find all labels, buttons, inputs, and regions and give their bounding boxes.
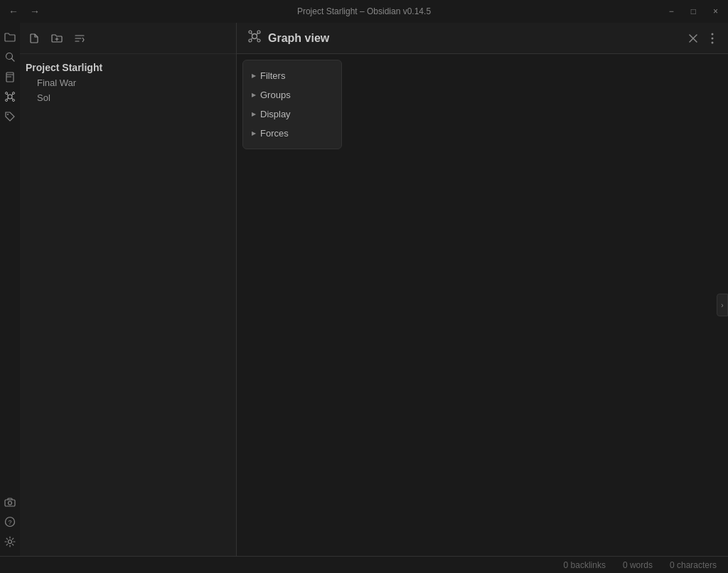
list-item[interactable]: Final War	[20, 75, 236, 90]
list-item[interactable]: Sol	[20, 90, 236, 105]
backlinks-count: 0 backlinks	[564, 560, 606, 570]
svg-line-1	[12, 59, 15, 62]
main-content: ?	[0, 23, 728, 556]
graph-header: Graph view	[237, 23, 728, 54]
ribbon-search-icon[interactable]	[1, 48, 18, 65]
svg-line-10	[7, 94, 8, 95]
svg-line-31	[257, 33, 258, 35]
ribbon-tag-icon[interactable]	[1, 108, 18, 125]
title-bar-right: − □ ×	[665, 5, 722, 18]
graph-view-title: Graph view	[268, 32, 678, 45]
file-name: Final War	[37, 77, 76, 88]
minimize-button[interactable]: −	[665, 5, 678, 18]
status-bar: 0 backlinks 0 words 0 characters	[0, 556, 728, 573]
svg-line-12	[7, 98, 8, 100]
svg-point-19	[9, 540, 12, 544]
ribbon-settings-icon[interactable]	[1, 533, 18, 550]
file-name: Sol	[37, 92, 50, 103]
svg-line-33	[257, 38, 258, 40]
svg-rect-15	[5, 500, 15, 506]
svg-point-16	[9, 501, 12, 505]
svg-point-28	[249, 39, 252, 42]
collapse-panel-button[interactable]: ›	[717, 294, 728, 316]
svg-point-29	[257, 39, 260, 42]
new-folder-button[interactable]	[48, 30, 65, 47]
svg-point-37	[712, 37, 714, 39]
title-bar-left: ← →	[6, 4, 43, 18]
svg-point-25	[252, 34, 257, 39]
svg-point-26	[249, 31, 252, 33]
graph-view-icon	[248, 30, 261, 46]
svg-point-36	[712, 33, 714, 35]
ribbon-graph-icon[interactable]	[1, 88, 18, 105]
ribbon-folder-icon[interactable]	[1, 28, 18, 45]
maximize-button[interactable]: □	[687, 5, 700, 18]
ribbon-bookmark-icon[interactable]	[1, 68, 18, 85]
nav-forward-button[interactable]: →	[27, 4, 43, 18]
word-count: 0 words	[623, 560, 653, 570]
ribbon-help-icon[interactable]: ?	[1, 513, 18, 530]
svg-point-14	[7, 114, 9, 115]
character-count: 0 characters	[670, 560, 717, 570]
svg-point-5	[8, 95, 12, 99]
window-title: Project Starlight – Obsidian v0.14.5	[297, 6, 431, 16]
graph-area[interactable]: ▶ Filters ▶ Groups ▶ Display ▶ Forces ›	[237, 54, 728, 556]
project-folder[interactable]: Project Starlight	[20, 60, 236, 75]
graph-panel: Graph view ▶ Filters	[237, 23, 728, 556]
folder-name: Project Starlight	[26, 62, 102, 73]
sort-button[interactable]	[71, 30, 88, 47]
svg-line-30	[252, 33, 252, 35]
file-panel: Project Starlight Final War Sol	[20, 23, 237, 556]
file-panel-header	[20, 23, 236, 54]
file-tree: Project Starlight Final War Sol	[20, 54, 236, 556]
title-bar: ← → Project Starlight – Obsidian v0.14.5…	[0, 0, 728, 23]
svg-point-38	[712, 41, 714, 43]
svg-line-32	[252, 38, 252, 40]
svg-text:?: ?	[8, 519, 11, 526]
svg-line-13	[12, 98, 13, 100]
ribbon-camera-icon[interactable]	[1, 493, 18, 510]
svg-point-27	[257, 31, 260, 33]
new-file-button[interactable]	[26, 30, 43, 47]
left-ribbon: ?	[0, 23, 20, 556]
graph-more-button[interactable]	[708, 30, 717, 47]
graph-canvas[interactable]: Final War Sol	[237, 54, 450, 161]
graph-close-button[interactable]	[685, 31, 701, 46]
nav-back-button[interactable]: ←	[6, 4, 21, 18]
svg-line-11	[12, 94, 13, 95]
close-button[interactable]: ×	[709, 5, 722, 18]
